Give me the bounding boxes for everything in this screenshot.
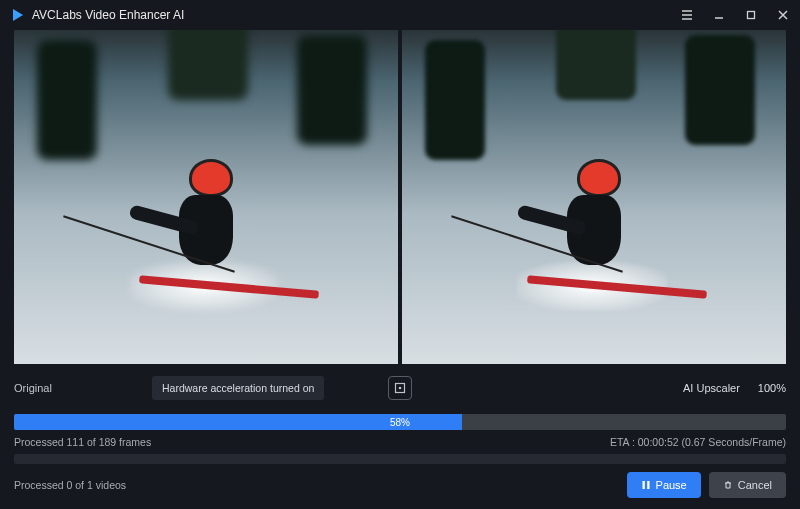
- cancel-button-label: Cancel: [738, 479, 772, 491]
- maximize-icon[interactable]: [744, 8, 758, 22]
- app-title: AVCLabs Video Enhancer AI: [32, 8, 184, 22]
- svg-rect-0: [748, 12, 755, 19]
- cancel-button[interactable]: Cancel: [709, 472, 786, 498]
- zoom-percent: 100%: [758, 382, 786, 394]
- preview-area: [14, 30, 786, 364]
- hardware-accel-tooltip: Hardware acceleration turned on: [152, 376, 324, 400]
- upscaler-info: AI Upscaler 100%: [683, 382, 786, 394]
- frame-progress-sub: Processed 111 of 189 frames ETA : 00:00:…: [14, 436, 786, 448]
- compare-toggle-button[interactable]: [388, 376, 412, 400]
- trash-icon: [723, 480, 733, 490]
- compare-icon: [393, 381, 407, 395]
- info-row: Original Hardware acceleration turned on…: [14, 372, 786, 404]
- frames-processed-text: Processed 111 of 189 frames: [14, 436, 151, 448]
- preview-original: [14, 30, 398, 364]
- svg-rect-3: [642, 481, 644, 489]
- video-progress-bar: [14, 454, 786, 464]
- footer-row: Processed 0 of 1 videos Pause Cancel: [14, 472, 786, 498]
- pause-icon: [641, 480, 651, 490]
- menu-icon[interactable]: [680, 8, 694, 22]
- app-logo-icon: [10, 7, 26, 23]
- label-upscaler: AI Upscaler: [683, 382, 740, 394]
- window-controls: [680, 8, 790, 22]
- frame-progress-percent: 58%: [390, 417, 410, 428]
- label-original: Original: [14, 382, 52, 394]
- svg-point-2: [399, 387, 402, 390]
- pause-button[interactable]: Pause: [627, 472, 701, 498]
- frame-progress-bar: 58%: [14, 414, 786, 430]
- preview-upscaled: [402, 30, 786, 364]
- frame-progress: 58% Processed 111 of 189 frames ETA : 00…: [14, 414, 786, 448]
- titlebar: AVCLabs Video Enhancer AI: [0, 0, 800, 30]
- videos-processed-text: Processed 0 of 1 videos: [14, 479, 126, 491]
- close-icon[interactable]: [776, 8, 790, 22]
- eta-text: ETA : 00:00:52 (0.67 Seconds/Frame): [610, 436, 786, 448]
- svg-rect-4: [647, 481, 649, 489]
- pause-button-label: Pause: [656, 479, 687, 491]
- titlebar-left: AVCLabs Video Enhancer AI: [10, 7, 184, 23]
- minimize-icon[interactable]: [712, 8, 726, 22]
- footer-actions: Pause Cancel: [627, 472, 786, 498]
